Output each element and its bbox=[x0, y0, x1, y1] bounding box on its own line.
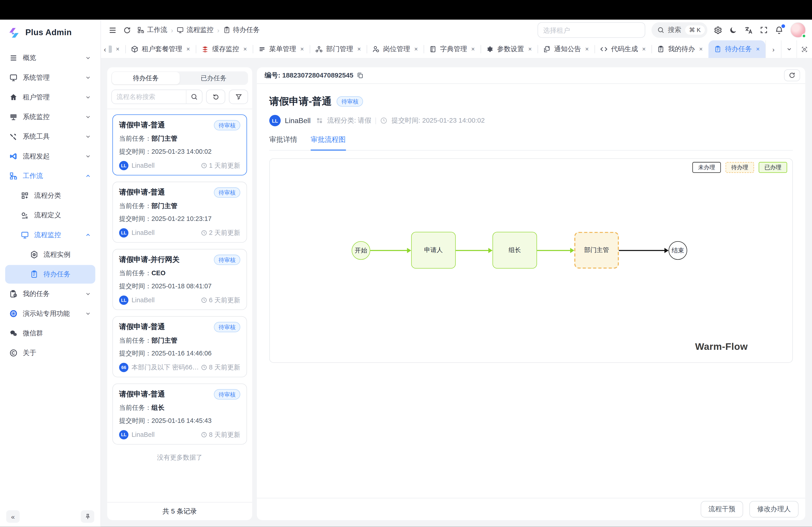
sidebar-item-overview[interactable]: 概览 bbox=[5, 49, 95, 67]
sidebar-collapse-button[interactable]: « bbox=[6, 510, 20, 523]
flow-node-dept-manager[interactable]: 部门主管 bbox=[574, 232, 619, 269]
tab-partial[interactable]: × bbox=[109, 40, 125, 58]
close-icon[interactable]: × bbox=[243, 46, 247, 53]
status-badge: 待审核 bbox=[214, 120, 240, 131]
dark-mode-moon-icon[interactable] bbox=[729, 26, 738, 34]
app-logo[interactable]: Plus Admin bbox=[0, 20, 100, 46]
tabs-dropdown-icon[interactable] bbox=[781, 40, 796, 58]
search-icon[interactable] bbox=[186, 90, 202, 104]
clock-icon bbox=[201, 432, 207, 438]
sidebar-item-flow-definition[interactable]: 流程定义 bbox=[5, 206, 95, 225]
close-icon[interactable]: × bbox=[186, 46, 190, 53]
close-icon[interactable]: × bbox=[528, 46, 532, 53]
detail-footer: 流程干预 修改办理人 bbox=[257, 498, 805, 520]
sidebar-item-todo-tasks[interactable]: 待办任务 bbox=[5, 265, 95, 284]
sidebar-footer: « bbox=[0, 506, 100, 527]
gear-icon[interactable] bbox=[714, 26, 723, 34]
flow-node-team-leader[interactable]: 组长 bbox=[492, 232, 537, 269]
breadcrumb-todo-tasks[interactable]: 待办任务 bbox=[223, 26, 260, 35]
tab-tenant-package[interactable]: 租户套餐管理× bbox=[125, 40, 195, 58]
tab-code-gen[interactable]: 代码生成× bbox=[595, 40, 652, 58]
sidebar-item-flow-category[interactable]: 流程分类 bbox=[5, 186, 95, 205]
detail-header: 编号: 1882307280470892545 bbox=[257, 67, 805, 84]
sidebar-item-workflow[interactable]: 工作流 bbox=[5, 167, 95, 185]
sidebar-item-system-monitor[interactable]: 系统监控 bbox=[5, 108, 95, 126]
task-card[interactable]: 请假申请-并行网关待审核 当前任务：CEO 提交时间：2025-01-18 08… bbox=[112, 249, 247, 310]
tab-post-mgmt[interactable]: 岗位管理× bbox=[366, 40, 424, 58]
avatar: LL bbox=[119, 161, 128, 170]
sidebar-item-my-tasks[interactable]: 我的任务 bbox=[5, 285, 95, 303]
sidebar-item-flow-monitor[interactable]: 流程监控 bbox=[5, 226, 95, 244]
filter-icon[interactable] bbox=[229, 90, 248, 104]
reset-icon[interactable] bbox=[206, 90, 225, 104]
avatar: LL bbox=[269, 115, 281, 126]
flow-node-start[interactable]: 开始 bbox=[352, 241, 371, 260]
fullscreen-icon[interactable] bbox=[760, 26, 768, 34]
tab-approval-flowchart[interactable]: 审批流程图 bbox=[311, 135, 346, 151]
task-card[interactable]: 请假申请-普通待审核 当前任务：部门主管 提交时间：2025-01-22 10:… bbox=[112, 182, 247, 243]
close-icon[interactable]: × bbox=[116, 46, 119, 53]
chevron-up-icon bbox=[85, 232, 91, 238]
flow-legend: 未办理 待办理 已办理 bbox=[693, 162, 787, 173]
tab-todo-tasks[interactable]: 待办任务× bbox=[709, 40, 766, 58]
sitemap-icon bbox=[9, 172, 18, 180]
close-icon[interactable]: × bbox=[357, 46, 361, 53]
task-card[interactable]: 请假申请-普通待审核 当前任务：部门主管 提交时间：2025-01-16 14:… bbox=[112, 316, 247, 377]
sidebar-item-flow-launch[interactable]: 流程发起 bbox=[5, 147, 95, 166]
flow-node-end[interactable]: 结束 bbox=[669, 241, 687, 260]
tabs-maximize-icon[interactable] bbox=[796, 40, 812, 58]
hamburger-icon[interactable] bbox=[108, 26, 117, 34]
tab-dict-mgmt[interactable]: 字典管理× bbox=[424, 40, 481, 58]
task-search-input[interactable] bbox=[112, 90, 186, 104]
tab-cache-monitor[interactable]: 缓存监控× bbox=[195, 40, 252, 58]
tenant-select-input[interactable] bbox=[537, 22, 645, 38]
pin-icon[interactable] bbox=[81, 510, 94, 523]
sidebar-item-about[interactable]: 关于 bbox=[5, 344, 95, 362]
user-avatar[interactable] bbox=[791, 22, 806, 38]
notification-bell-icon[interactable] bbox=[775, 26, 784, 34]
notice-icon bbox=[543, 46, 550, 53]
close-icon[interactable]: × bbox=[300, 46, 304, 53]
refresh-icon[interactable] bbox=[123, 26, 131, 34]
task-card-list: 请假申请-普通待审核 当前任务：部门主管 提交时间：2025-01-23 14:… bbox=[107, 109, 252, 502]
sidebar-item-wechat-group[interactable]: 微信群 bbox=[5, 324, 95, 343]
tab-param-settings[interactable]: 参数设置× bbox=[480, 40, 537, 58]
status-badge: 待审核 bbox=[337, 96, 363, 107]
notification-dot bbox=[782, 24, 785, 28]
breadcrumb-flow-monitor[interactable]: 流程监控 bbox=[177, 26, 214, 35]
close-icon[interactable]: × bbox=[642, 46, 646, 53]
tab-notice[interactable]: 通知公告× bbox=[537, 40, 595, 58]
redis-icon bbox=[201, 46, 209, 53]
flowchart-canvas[interactable]: 未办理 待办理 已办理 开始 申请人 组长 部门主管 bbox=[269, 159, 793, 363]
sidebar-item-system-mgmt[interactable]: 系统管理 bbox=[5, 68, 95, 87]
refresh-icon[interactable] bbox=[784, 70, 800, 81]
sidebar-item-flow-instance[interactable]: 流程实例 bbox=[5, 245, 95, 264]
task-card[interactable]: 请假申请-普通待审核 当前任务：部门主管 提交时间：2025-01-23 14:… bbox=[112, 114, 247, 175]
sidebar-item-demo-features[interactable]: 演示站专用功能 bbox=[5, 304, 95, 323]
tab-todo[interactable]: 待办任务 bbox=[112, 72, 180, 84]
tabs-scroll-left-icon[interactable]: ‹ bbox=[101, 40, 109, 58]
tabs-scroll-right-icon[interactable]: › bbox=[765, 40, 781, 58]
close-icon[interactable]: × bbox=[699, 46, 702, 53]
change-assignee-button[interactable]: 修改办理人 bbox=[749, 501, 798, 517]
task-card[interactable]: 请假申请-普通待审核 当前任务：组长 提交时间：2025-01-16 14:45… bbox=[112, 383, 247, 445]
close-icon[interactable]: × bbox=[414, 46, 418, 53]
global-search-button[interactable]: 搜索 ⌘ K bbox=[651, 22, 707, 38]
close-icon[interactable]: × bbox=[471, 46, 475, 53]
sidebar-item-tenant-mgmt[interactable]: 租户管理 bbox=[5, 88, 95, 107]
tab-my-todo[interactable]: 我的待办× bbox=[651, 40, 709, 58]
close-icon[interactable]: × bbox=[585, 46, 589, 53]
sidebar-item-system-tools[interactable]: 系统工具 bbox=[5, 127, 95, 146]
chevron-down-icon bbox=[85, 94, 91, 101]
flow-node-applicant[interactable]: 申请人 bbox=[411, 232, 455, 269]
tab-done[interactable]: 已办任务 bbox=[180, 72, 248, 84]
chevron-down-icon bbox=[85, 55, 91, 61]
tab-approval-detail[interactable]: 审批详情 bbox=[269, 135, 297, 150]
breadcrumb-workflow[interactable]: 工作流 bbox=[137, 26, 167, 35]
language-translate-icon[interactable] bbox=[744, 26, 753, 34]
close-icon[interactable]: × bbox=[756, 46, 760, 53]
copy-icon[interactable] bbox=[357, 72, 364, 79]
process-intervene-button[interactable]: 流程干预 bbox=[700, 501, 743, 517]
tab-menu-mgmt[interactable]: 菜单管理× bbox=[252, 40, 310, 58]
tab-department-mgmt[interactable]: 部门管理× bbox=[310, 40, 367, 58]
